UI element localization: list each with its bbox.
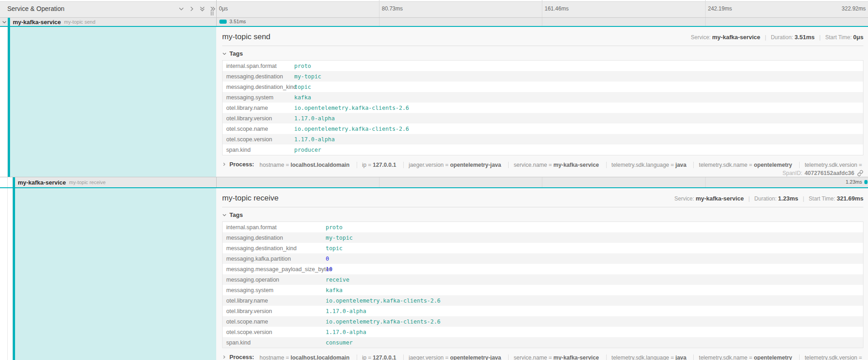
gridline (216, 177, 217, 187)
column-resize-handle[interactable] (211, 11, 214, 15)
tag-row: messaging.message_payload_size_bytes 10 (223, 264, 863, 274)
span-row-send[interactable]: my-kafka-servicemy-topic send 3.51ms (0, 18, 868, 27)
tag-row: otel.library.version 1.17.0-alpha (223, 306, 863, 316)
process-attribute: telemetry.sdk.nameopentelemetry (693, 355, 792, 360)
process-attribute: telemetry.sdk.version1.17.0 (799, 162, 863, 168)
collapse-span-chevron-icon[interactable] (2, 18, 7, 26)
span-row-receive[interactable]: my-kafka-servicemy-topic receive 1.23ms (0, 177, 868, 188)
gridline (542, 18, 542, 26)
indent-guide (0, 188, 8, 360)
tag-value: kafka (291, 94, 311, 101)
tag-value: proto (291, 63, 311, 69)
tag-value: 1.17.0-alpha (291, 115, 335, 122)
tag-key: otel.library.name (223, 298, 322, 304)
tag-row: messaging.destination_kind topic (223, 82, 863, 92)
gridline (379, 0, 379, 17)
gridline (542, 177, 542, 187)
process-attribute: telemetry.sdk.nameopentelemetry (693, 162, 792, 168)
tag-key: messaging.destination_kind (223, 84, 291, 90)
tag-value: receive (322, 277, 349, 283)
gridline (705, 0, 706, 17)
chevron-down-icon[interactable] (178, 6, 184, 12)
chevron-right-icon[interactable] (189, 6, 195, 12)
span-detail-receive: my-topic receive Service: my-kafka-servi… (0, 188, 868, 360)
tag-value: 10 (322, 266, 333, 273)
ruler-tick: 0μs (219, 0, 228, 17)
tag-row: otel.scope.name io.opentelemetry.kafka-c… (223, 316, 863, 327)
tag-key: otel.scope.version (223, 329, 322, 335)
process-attribute: ip127.0.0.1 (357, 355, 396, 360)
tag-row: messaging.kafka.partition 0 (223, 253, 863, 264)
process-attribute: telemetry.sdk.languagejava (606, 162, 686, 168)
expanded-span-rail (10, 27, 216, 177)
tag-row: otel.scope.version 1.17.0-alpha (223, 327, 863, 337)
trace-timeline-view: Service & Operation 0μs 80.73ms 161.46ms… (0, 0, 868, 360)
tag-row: messaging.destination my-topic (223, 71, 863, 82)
indent-guide (8, 188, 13, 360)
process-attribute: telemetry.sdk.version1.17.0 (799, 355, 863, 360)
tag-row: otel.library.version 1.17.0-alpha (223, 113, 863, 123)
tag-key: messaging.destination (223, 73, 291, 80)
tag-value: consumer (322, 339, 353, 346)
chevron-down-icon (222, 213, 227, 217)
tag-row: span.kind consumer (223, 337, 863, 348)
span-duration-label: 3.51ms (229, 18, 246, 25)
deep-link-icon[interactable] (857, 170, 863, 176)
tags-accordion-toggle[interactable]: Tags (222, 50, 863, 57)
tag-key: messaging.system (223, 287, 322, 293)
tag-row: otel.library.name io.opentelemetry.kafka… (223, 295, 863, 306)
tag-key: otel.scope.name (223, 126, 291, 132)
tag-key: messaging.kafka.partition (223, 256, 322, 262)
tags-table: internal.span.format proto messaging.des… (222, 221, 863, 348)
span-name-cell[interactable]: my-kafka-servicemy-topic receive (0, 177, 216, 187)
tag-row: otel.scope.name io.opentelemetry.kafka-c… (223, 123, 863, 134)
tag-row: span.kind producer (223, 144, 863, 155)
tag-key: internal.span.format (223, 224, 322, 231)
gridline (379, 18, 379, 26)
tag-row: messaging.operation receive (223, 274, 863, 285)
chevron-right-icon (222, 162, 226, 166)
tag-row: messaging.destination my-topic (223, 232, 863, 243)
expanded-span-rail (15, 188, 216, 360)
double-chevron-down-icon[interactable] (199, 6, 205, 12)
span-duration-label: 1.23ms (846, 177, 862, 186)
tag-key: messaging.message_payload_size_bytes (223, 266, 322, 273)
tag-value: kafka (322, 287, 343, 293)
span-detail-meta: Service: my-kafka-serviceDuration: 1.23m… (674, 195, 863, 202)
span-detail-title: my-topic send (222, 32, 270, 41)
tag-key: otel.scope.version (223, 136, 291, 143)
span-detail-title: my-topic receive (222, 194, 279, 203)
process-attribute: telemetry.sdk.languagejava (606, 355, 686, 360)
indent-guide (0, 177, 8, 187)
span-detail-meta: Service: my-kafka-serviceDuration: 3.51m… (691, 34, 863, 41)
gridline (705, 177, 706, 187)
tag-value: io.opentelemetry.kafka-clients-2.6 (322, 319, 441, 325)
tag-key: otel.scope.name (223, 319, 322, 325)
divider (222, 46, 863, 46)
tag-value: io.opentelemetry.kafka-clients-2.6 (291, 126, 409, 132)
operation-name: my-topic receive (69, 180, 106, 185)
tag-key: otel.library.version (223, 308, 322, 314)
column-resizer-line[interactable] (216, 0, 217, 17)
process-attribute: hostnamelocalhost.localdomain (260, 162, 349, 168)
tag-value: my-topic (322, 235, 353, 241)
double-chevron-right-icon[interactable] (210, 6, 216, 12)
ruler-tick: 80.73ms (382, 0, 403, 17)
tag-value: io.opentelemetry.kafka-clients-2.6 (291, 105, 409, 111)
span-name-cell[interactable]: my-kafka-servicemy-topic send (0, 18, 216, 26)
span-bar[interactable] (864, 180, 868, 184)
tag-row: internal.span.format proto (223, 222, 863, 232)
span-color-tab (13, 177, 15, 187)
tag-key: internal.span.format (223, 63, 291, 69)
tags-accordion-toggle[interactable]: Tags (222, 211, 863, 218)
process-accordion-toggle[interactable]: Process: hostnamelocalhost.localdomain i… (222, 353, 863, 360)
operation-name: my-topic send (64, 19, 95, 25)
service-name: my-kafka-service (18, 179, 66, 186)
tag-value: io.opentelemetry.kafka-clients-2.6 (322, 298, 441, 304)
tag-key: messaging.destination_kind (223, 245, 322, 252)
span-bar[interactable] (219, 20, 227, 24)
process-accordion-toggle[interactable]: Process: hostnamelocalhost.localdomain i… (222, 160, 863, 169)
tag-key: messaging.destination (223, 235, 322, 241)
process-attribute: ip127.0.0.1 (357, 162, 396, 168)
tag-value: my-topic (291, 73, 321, 80)
